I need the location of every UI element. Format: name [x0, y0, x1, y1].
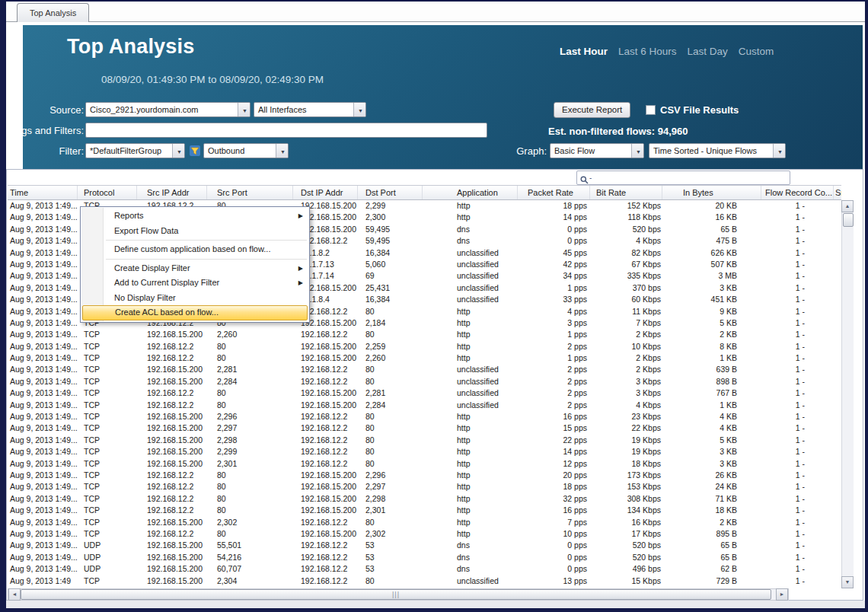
table-row[interactable]: Aug 9, 2013 1:49...UDP192.168.15.20060,7… — [8, 563, 841, 575]
cell: 152 Kbps — [590, 200, 662, 212]
column-header[interactable]: Dst Port — [358, 186, 423, 200]
time-link-custom[interactable]: Custom — [739, 46, 774, 57]
cell: 1 - — [761, 470, 834, 481]
menu-item-define-custom-application-based-on-flow[interactable]: Define custom application based on flow.… — [81, 242, 309, 257]
cell: 62 B — [662, 563, 761, 575]
time-link-last-day[interactable]: Last Day — [688, 46, 728, 57]
column-header[interactable]: Protocol — [78, 186, 137, 200]
cell: 335 Kbps — [590, 270, 662, 282]
interfaces-select[interactable]: All Interfaces ▼ — [254, 102, 366, 117]
search-input[interactable] — [592, 172, 787, 183]
table-row[interactable]: Aug 9, 2013 1:49...TCP192.168.15.2002,29… — [8, 411, 841, 422]
cell: 192.168.15.200 — [137, 411, 207, 422]
menu-item-no-display-filter[interactable]: No Display Filter — [81, 291, 309, 306]
cell: TCP — [78, 458, 137, 470]
cell: 18 KB — [662, 505, 761, 516]
grid-search-field[interactable]: - — [576, 171, 790, 185]
cell: Aug 9, 2013 1:49... — [8, 317, 78, 329]
cell — [834, 517, 841, 528]
cell — [834, 481, 841, 492]
scroll-down-icon[interactable]: ▼ — [841, 576, 854, 588]
horizontal-scrollbar[interactable]: ◄ ||| ► — [8, 588, 789, 601]
column-header[interactable]: In Bytes — [662, 186, 761, 200]
table-row[interactable]: Aug 9, 2013 1:49...TCP192.168.15.2002,29… — [8, 435, 841, 446]
table-row[interactable]: Aug 9, 2013 1:49...TCP192.168.12.280192.… — [8, 528, 841, 540]
scroll-left-icon[interactable]: ◄ — [8, 588, 21, 601]
table-row[interactable]: Aug 9, 2013 1:49TCP192.168.15.2002,30419… — [8, 575, 841, 587]
table-row[interactable]: Aug 9, 2013 1:49...TCP192.168.12.280192.… — [8, 400, 841, 411]
tab-top-analysis[interactable]: Top Analysis — [17, 3, 89, 22]
context-menu: Reports▶Export Flow DataDefine custom ap… — [80, 206, 310, 323]
cell: 1 KB — [662, 400, 761, 411]
cell — [834, 259, 841, 270]
table-row[interactable]: Aug 9, 2013 1:49...TCP192.168.12.280192.… — [8, 481, 841, 492]
direction-select[interactable]: Outbound ▼ — [203, 143, 289, 158]
cell: 3 Kbps — [590, 387, 662, 399]
horizontal-scroll-thumb[interactable]: ||| — [21, 589, 771, 600]
time-link-last-6-hours[interactable]: Last 6 Hours — [618, 46, 677, 57]
table-row[interactable]: Aug 9, 2013 1:49...TCP192.168.12.280192.… — [8, 505, 841, 516]
table-row[interactable]: Aug 9, 2013 1:49...TCP192.168.15.2002,29… — [8, 422, 841, 434]
column-header[interactable]: Sr — [834, 186, 841, 200]
tags-input[interactable] — [85, 123, 487, 138]
execute-report-button[interactable]: Execute Report — [554, 102, 630, 118]
cell: 80 — [358, 458, 423, 470]
table-row[interactable]: Aug 9, 2013 1:49...TCP192.168.15.2002,28… — [8, 376, 841, 387]
filter-icon[interactable] — [189, 145, 201, 157]
cell: 3 MB — [662, 270, 761, 282]
source-select[interactable]: Cisco_2921.yourdomain.com ▼ — [85, 102, 251, 117]
column-header[interactable]: Time — [8, 186, 78, 200]
cell: 192.168.15.200 — [293, 341, 358, 352]
cell: 16 pps — [518, 411, 590, 422]
menu-item-create-acl-based-on-flow[interactable]: Create ACL based on flow... — [82, 305, 308, 320]
table-row[interactable]: Aug 9, 2013 1:49...TCP192.168.15.2002,26… — [8, 329, 841, 340]
table-row[interactable]: Aug 9, 2013 1:49...TCP192.168.12.280192.… — [8, 341, 841, 352]
time-link-last-hour[interactable]: Last Hour — [560, 46, 608, 57]
column-header[interactable]: Flow Record Co... — [761, 186, 834, 200]
cell — [834, 212, 841, 223]
cell: 0 pps — [518, 540, 590, 551]
filter-group-select[interactable]: *DefaultFilterGroup ▼ — [85, 143, 185, 158]
cell: Aug 9, 2013 1:49... — [8, 552, 78, 563]
cell: 4 pps — [518, 306, 590, 317]
column-header[interactable]: Packet Rate — [518, 186, 590, 200]
menu-item-create-display-filter[interactable]: Create Display Filter▶ — [81, 261, 309, 276]
sort-mode-select[interactable]: Time Sorted - Unique Flows ▼ — [649, 143, 786, 158]
cell: TCP — [78, 411, 137, 422]
column-header[interactable]: Application — [423, 186, 518, 200]
table-row[interactable]: Aug 9, 2013 1:49...TCP192.168.15.2002,30… — [8, 458, 841, 470]
cell: 16 pps — [518, 505, 590, 516]
table-row[interactable]: Aug 9, 2013 1:49...TCP192.168.15.2002,28… — [8, 364, 841, 375]
cell: 520 bps — [590, 540, 662, 551]
table-row[interactable]: Aug 9, 2013 1:49...TCP192.168.12.280192.… — [8, 352, 841, 364]
table-row[interactable]: Aug 9, 2013 1:49...TCP192.168.12.280192.… — [8, 470, 841, 481]
table-row[interactable]: Aug 9, 2013 1:49...UDP192.168.15.20055,5… — [8, 540, 841, 551]
cell: 2 KB — [662, 517, 761, 528]
table-row[interactable]: Aug 9, 2013 1:49...TCP192.168.12.280192.… — [8, 387, 841, 399]
menu-item-add-to-current-display-filter[interactable]: Add to Current Display Filter▶ — [81, 276, 309, 291]
table-row[interactable]: Aug 9, 2013 1:49...TCP192.168.12.280192.… — [8, 493, 841, 505]
table-row[interactable]: Aug 9, 2013 1:49...TCP192.168.15.2002,30… — [8, 517, 841, 528]
cell: Aug 9, 2013 1:49... — [8, 540, 78, 551]
scroll-right-icon[interactable]: ► — [776, 588, 788, 601]
vertical-scrollbar[interactable]: ▲ ▼ — [841, 200, 854, 588]
app-window: Top Analysis Top Analysis Last HourLast … — [0, 0, 868, 612]
column-header[interactable]: Src Port — [207, 186, 293, 200]
cell: 0 pps — [518, 224, 590, 235]
menu-item-export-flow-data[interactable]: Export Flow Data — [81, 224, 309, 239]
table-row[interactable]: Aug 9, 2013 1:49...UDP192.168.15.20054,2… — [8, 552, 841, 563]
scroll-up-icon[interactable]: ▲ — [841, 200, 854, 212]
graph-type-select[interactable]: Basic Flow ▼ — [550, 143, 644, 158]
vertical-scroll-thumb[interactable] — [843, 213, 854, 227]
column-header[interactable]: Src IP Addr — [137, 186, 207, 200]
column-header[interactable]: Bit Rate — [590, 186, 662, 200]
menu-item-label: Add to Current Display Filter — [114, 278, 219, 287]
table-row[interactable]: Aug 9, 2013 1:49...TCP192.168.15.2002,29… — [8, 446, 841, 457]
cell: 2,281 — [207, 364, 293, 375]
menu-item-reports[interactable]: Reports▶ — [81, 209, 309, 224]
source-label: Source: — [23, 102, 84, 118]
cell — [834, 575, 841, 587]
cell: TCP — [78, 400, 137, 411]
csv-checkbox[interactable] — [646, 105, 656, 115]
column-header[interactable]: Dst IP Addr — [293, 186, 358, 200]
